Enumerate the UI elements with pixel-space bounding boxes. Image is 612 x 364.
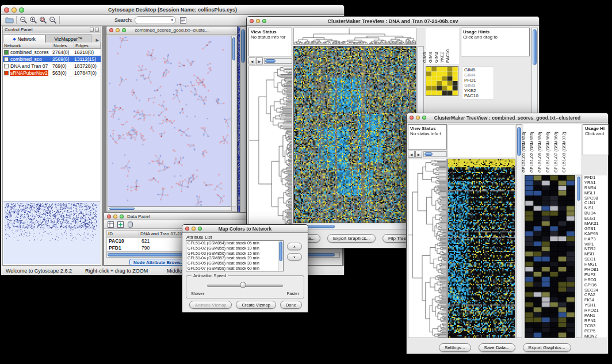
column-label[interactable]: GPL51-01 (GSM854) (521, 132, 526, 173)
gene-label[interactable]: PUF3 (583, 273, 607, 278)
gene-label[interactable]: HRD3 (583, 278, 607, 283)
close-button[interactable] (410, 116, 414, 120)
annotation-icon[interactable] (178, 16, 188, 25)
column-label[interactable]: YKE2 (439, 52, 445, 63)
network-overview[interactable] (3, 201, 100, 265)
treeview-button[interactable]: Settings... (439, 343, 471, 352)
gene-label[interactable]: GIM5 (463, 67, 493, 72)
gene-label[interactable]: PEP5 (583, 329, 607, 334)
column-label[interactable]: GPL51-08 (GSM872) (561, 132, 567, 173)
tab-overflow-icon[interactable]: ▶ (91, 38, 101, 43)
treeview1-titlebar[interactable]: ClusterMaker TreeView : DNA and Tran 07-… (247, 17, 539, 26)
search-input[interactable]: ▾ (135, 16, 176, 24)
gene-label[interactable]: MSI1 (583, 252, 607, 257)
tv2-scroll-right-button[interactable]: ▶ (415, 151, 422, 158)
scrollbar-thumb[interactable] (109, 208, 135, 210)
open-session-icon[interactable] (5, 16, 14, 25)
treeview-button[interactable]: Export Graphics... (523, 343, 571, 352)
dialog-button[interactable]: Done (280, 301, 302, 309)
zoom-out-icon[interactable] (18, 16, 28, 25)
zoom-selected-icon[interactable] (38, 16, 48, 25)
close-button[interactable] (185, 227, 189, 231)
column-label[interactable]: GPL51-05 (GSM858) (537, 132, 542, 173)
gene-label[interactable]: HMG1 (583, 262, 607, 267)
tv2-dendro-hscrollbar[interactable] (423, 151, 447, 157)
overview-canvas[interactable] (3, 202, 100, 264)
gene-label[interactable]: PFD1 (463, 78, 493, 83)
attribute-item[interactable]: GPL51-03 (GSM856) heat shock 15 min (186, 251, 278, 256)
gene-label[interactable]: TCB3 (583, 324, 607, 329)
column-label[interactable]: GIM3 (434, 52, 439, 63)
gene-label[interactable]: GPI16 (583, 283, 607, 288)
gene-label[interactable]: MAK31 (583, 221, 607, 227)
network-view-canvas[interactable] (108, 36, 232, 206)
scrollbar-thumb[interactable] (424, 152, 433, 156)
tv1-scroll-left-button[interactable]: ◀ (248, 58, 255, 64)
gene-label[interactable]: NIS1 (583, 206, 607, 211)
column-label[interactable]: GPL51-07 (GSM868) (553, 132, 559, 173)
create-attribute-icon[interactable] (117, 220, 124, 229)
treeview2-titlebar[interactable]: ClusterMaker TreeView : combined_scores_… (407, 113, 608, 122)
attribute-item[interactable]: GPL51-02 (GSM855) heat shock 10 min (186, 246, 278, 251)
gene-label[interactable]: YRA1 (583, 181, 607, 186)
tab-vizmapper[interactable]: VizMapper™ (45, 35, 91, 43)
control-panel-header[interactable]: Control Panel (3, 26, 101, 33)
gene-label[interactable]: RPN1 (583, 319, 607, 324)
attribute-item[interactable]: GPL51-01 (GSM854) heat shock 05 min (186, 241, 278, 246)
tv1-similarity-matrix-canvas[interactable] (426, 66, 458, 96)
gene-label[interactable]: RPO21 (583, 308, 607, 313)
network-view-titlebar[interactable]: combined_scores_good.txt--cluste... (106, 26, 237, 35)
tv1-heatmap-canvas[interactable] (293, 46, 416, 223)
main-titlebar[interactable]: Cytoscape Desktop (Session Name: collins… (1, 5, 344, 15)
gene-label[interactable]: NTR2 (583, 247, 607, 252)
gene-label[interactable]: YKE2 (463, 88, 493, 93)
network-row[interactable]: DNA and Tran 07 769(0) 183728(0) (3, 63, 101, 70)
dialog-titlebar[interactable]: Map Colors to Network (182, 225, 308, 233)
column-label[interactable]: GIM5 (422, 52, 427, 63)
gene-label[interactable]: VIP1 (583, 242, 607, 247)
gene-label[interactable]: CLN1 (583, 201, 607, 206)
tv2-row-dendrogram-canvas[interactable] (408, 159, 447, 338)
network-row[interactable]: combined_scores 2764(0) 16218(0) (3, 49, 101, 56)
attribute-item[interactable]: GPL51-07 (GSM868) heat shock 60 min (186, 266, 278, 271)
zoom-in-icon[interactable] (28, 16, 38, 25)
scrollbar-thumb[interactable] (241, 29, 245, 63)
gene-label[interactable]: SEC1 (583, 257, 607, 262)
treeview-button[interactable]: Save Data... (479, 343, 515, 352)
dialog-button[interactable]: Create Vizmap (236, 301, 276, 309)
scrollbar-thumb[interactable] (533, 29, 537, 65)
minimize-button[interactable] (256, 19, 260, 23)
select-attributes-icon[interactable] (107, 220, 114, 229)
column-label[interactable]: PAC10 (445, 49, 450, 63)
node-attribute-browser-tab[interactable]: Node Attribute Brows... (129, 259, 189, 266)
gene-label[interactable]: KAP95 (583, 232, 607, 237)
minimize-button[interactable] (113, 214, 117, 219)
gene-label[interactable]: SEC24 (583, 288, 607, 293)
background-network-vscrollbar[interactable] (240, 26, 246, 215)
gene-label[interactable]: PAN1 (583, 313, 607, 319)
scrollbar-thumb[interactable] (265, 59, 276, 63)
network-view-vscrollbar[interactable] (231, 36, 236, 206)
tv1-dendro-hscrollbar-top[interactable] (264, 58, 292, 64)
gene-label[interactable]: GIM3 (463, 83, 493, 88)
tv1-column-dendrogram-canvas[interactable] (293, 28, 416, 45)
speed-slider-thumb[interactable] (240, 282, 246, 288)
tv2-scroll-left-button[interactable]: ◀ (408, 151, 415, 158)
tv1-scroll-right-button[interactable]: ▶ (256, 58, 263, 64)
network-row[interactable]: combined_sco 2569(6) 13112(15) (3, 56, 101, 63)
scrollbar-thumb[interactable] (577, 177, 580, 201)
float-panel-icon[interactable] (90, 28, 94, 32)
close-button[interactable] (107, 214, 111, 219)
close-button[interactable] (109, 28, 113, 32)
scrollbar-thumb[interactable] (232, 37, 235, 60)
move-down-button[interactable]: ∨ (287, 253, 302, 260)
gene-label[interactable]: YSH1 (583, 303, 607, 308)
tv1-row-dendrogram-canvas[interactable] (248, 66, 292, 228)
attribute-item[interactable]: GPL51-05 (GSM858) heat shock 30 min (186, 261, 278, 266)
tv2-zoom-vscrollbar[interactable] (576, 175, 582, 338)
gene-label[interactable]: GTB1 (583, 227, 607, 232)
minimize-button[interactable] (416, 116, 420, 120)
col-id[interactable]: ID (107, 231, 139, 237)
column-label[interactable]: GIM4 (428, 52, 433, 63)
attribute-store-icon[interactable] (127, 220, 134, 229)
